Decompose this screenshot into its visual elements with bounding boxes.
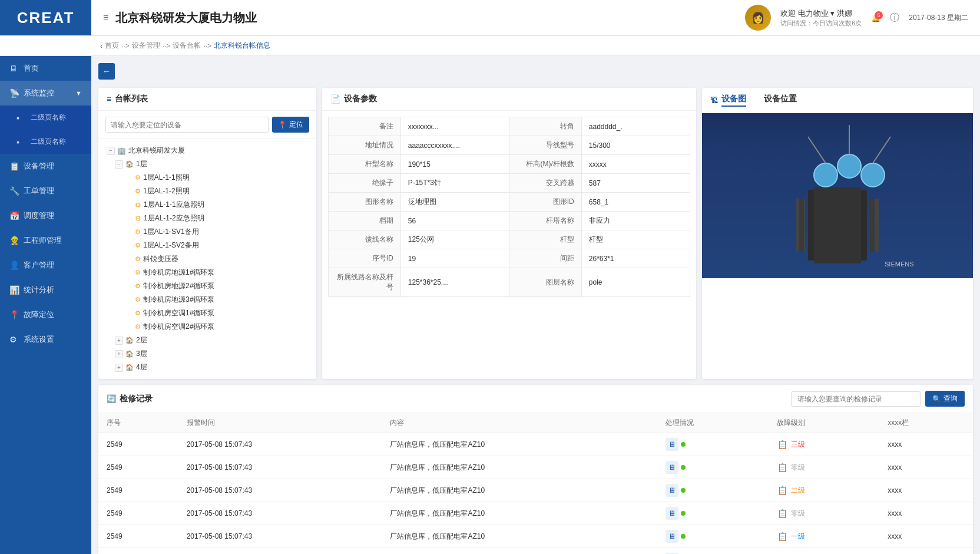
tab-device-location[interactable]: 设备位置 [764,94,797,107]
tree-floor3[interactable]: + 🏠 3层 [112,347,310,361]
param-value-1-2: 15/300 [581,136,690,155]
param-label-7-2: 间距 [509,249,581,268]
tree-toggle-floor4[interactable]: + [115,364,123,372]
sidebar-item-settings[interactable]: ⚙ 系统设置 [0,327,91,352]
status-dot [681,488,686,493]
status-dot [681,534,686,539]
param-label-0-1: 备注 [329,117,401,136]
breadcrumb-back[interactable]: ‹ [100,42,102,50]
tree-item-al11[interactable]: ⚙1层AL-1-1照明 [121,171,310,184]
sidebar-item-fault[interactable]: 📍 故障定位 [0,302,91,327]
user-info: 欢迎 电力物业 ▾ 洪娜 访问情况：今日访问次数6次 [780,8,862,28]
tree-item-ac1[interactable]: ⚙制冷机房空调1#循环泵 [121,306,310,320]
maintenance-search-input[interactable] [791,391,921,407]
logo-area: CREAT [0,0,91,35]
record-row: 2549 2017-05-08 15:07:43 厂站信息库，低压配电室AZ10… [98,456,973,479]
record-id: 2549 [98,502,178,525]
breadcrumb-device-mgmt[interactable]: 设备管理 [132,41,160,51]
sidebar-item-customer[interactable]: 👤 客户管理 [0,253,91,278]
tree-search-input[interactable] [105,117,269,133]
tree-floor1[interactable]: − 🏠 1层 [112,157,310,171]
sidebar-item-dispatch[interactable]: 📅 调度管理 [0,203,91,228]
sidebar-item-stats[interactable]: 📊 统计分析 [0,278,91,302]
param-label-2-1: 杆型名称 [329,155,401,174]
sidebar-item-engineer[interactable]: 👷 工程师管理 [0,228,91,253]
tree-building[interactable]: − 🏢 北京科锐研发大厦 [104,144,310,157]
sidebar-item-device-mgmt[interactable]: 📋 设备管理 [0,154,91,179]
record-content: 厂站信息库，低压配电室AZ10 [382,502,657,525]
back-button[interactable]: ← [98,63,115,80]
sidebar-label-sub2: 二级页名称 [31,137,66,147]
tree-item-al12[interactable]: ⚙1层AL-1-2照明 [121,184,310,198]
tree-item-transformer[interactable]: ⚙科锐变压器 [121,252,310,266]
maintenance-search-button[interactable]: 🔍 查询 [925,391,965,407]
tree-item-pump2[interactable]: ⚙制冷机房地源2#循环泵 [121,279,310,293]
floor2-icon: 🏠 [125,337,134,344]
record-row: 2549 2017-05-08 15:07:43 厂站信息库，低压配电室AZ10… [98,548,973,555]
record-status: 🖥 [657,433,768,456]
status-dot [681,511,686,516]
help-icon[interactable]: ⓘ [890,12,899,24]
record-id: 2549 [98,456,178,479]
tree-toggle-floor3[interactable]: + [115,350,123,358]
gear-icon-pump1: ⚙ [135,269,141,276]
tree-toggle-building[interactable]: − [107,147,115,155]
sidebar-item-system-monitor[interactable]: 📡 系统监控 ▼ [0,81,91,105]
record-level: 📋 三级 [769,433,879,456]
equipment-image-panel: 🏗 设备图 设备位置 [702,88,973,379]
param-row-0: 备注 xxxxxxx... 转角 aaddddd_. [329,117,690,136]
sidebar-item-work-order[interactable]: 🔧 工单管理 [0,179,91,203]
tree-item-sv2[interactable]: ⚙1层AL-1-SV2备用 [121,239,310,252]
sidebar-label-engineer: 工程师管理 [24,235,62,246]
tree-search-area: 📍 定位 [98,111,316,139]
welcome-text: 欢迎 电力物业 ▾ 洪娜 [780,8,852,19]
sidebar-label-home: 首页 [24,63,39,74]
tree-item-pump1[interactable]: ⚙制冷机房地源1#循环泵 [121,266,310,279]
record-extra: xxxx [879,479,973,502]
breadcrumb-home[interactable]: 首页 [105,41,119,51]
tree-item-ac2[interactable]: ⚙制冷机房空调2#循环泵 [121,320,310,334]
tree-floor4[interactable]: + 🏠 4层 [112,361,310,374]
sidebar-item-sub2[interactable]: ▪ 二级页名称 [0,130,91,154]
record-time: 2017-05-08 15:07:43 [178,548,382,555]
notification-badge: 5 [875,11,883,19]
header-right: 👩 欢迎 电力物业 ▾ 洪娜 访问情况：今日访问次数6次 🔔 5 ⓘ 2017-… [745,5,980,31]
level-text: 零级 [791,463,805,473]
notification-bell[interactable]: 🔔 5 [871,14,880,22]
record-content: 厂站信息库，低压配电室AZ10 [382,479,657,502]
param-row-6: 馈线名称 125公网 杆型 杆型 [329,230,690,249]
breadcrumb-device-ledger[interactable]: 设备台帐 [173,41,201,51]
svg-rect-3 [814,187,861,263]
record-status: 🖥 [657,525,768,548]
ledger-list-header: ≡ 台帐列表 [98,88,316,111]
gear-icon-ac2: ⚙ [135,323,141,331]
records-table-header-row: 序号 报警时间 内容 处理情况 故障级别 xxxx栏 [98,413,973,433]
record-content: 厂站信息库，低压配电室AZ10 [382,525,657,548]
params-icon: 📄 [330,94,340,104]
sidebar-item-sub1[interactable]: ▪ 二级页名称 [0,105,91,130]
top-section: ≡ 台帐列表 📍 定位 − 🏢 北京 [98,88,973,379]
menu-icon[interactable]: ≡ [103,12,108,23]
tree-item-al11e[interactable]: ⚙1层AL-1-1应急照明 [121,198,310,212]
param-value-1-1: aaaacccxxxxx.... [400,136,509,155]
sidebar-label-system-monitor: 系统监控 [24,88,54,98]
tree-floor2[interactable]: + 🏠 2层 [112,334,310,347]
tree-toggle-floor2[interactable]: + [115,337,123,345]
tab-device-image[interactable]: 设备图 [721,94,746,107]
tree-item-al12e[interactable]: ⚙1层AL-1-2应急照明 [121,212,310,225]
maintenance-title-area: 🔄 检修记录 [107,394,153,404]
monitor-icon: 📡 [9,88,19,98]
search-icon: 🔍 [932,395,941,403]
param-row-3: 绝缘子 P-15T*3针 交叉跨越 587 [329,174,690,193]
tree-item-sv1[interactable]: ⚙1层AL-1-SV1备用 [121,225,310,239]
record-id: 2549 [98,525,178,548]
sidebar-item-home[interactable]: 🖥 首页 [0,56,91,81]
param-value-7-2: 26*63*1 [581,249,690,268]
record-extra: xxxx [879,548,973,555]
tree-item-pump3[interactable]: ⚙制冷机房地源3#循环泵 [121,293,310,306]
tree-toggle-floor1[interactable]: − [115,160,123,169]
sidebar-submenu: ▪ 二级页名称 ▪ 二级页名称 [0,105,91,154]
locate-button[interactable]: 📍 定位 [272,117,309,133]
param-value-8-2: pole [581,268,690,297]
param-label-3-2: 交叉跨越 [509,174,581,193]
